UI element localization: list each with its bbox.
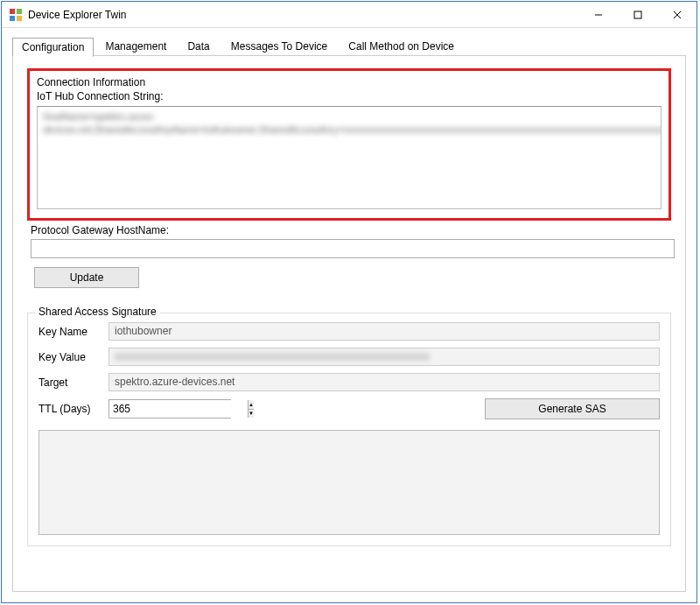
connection-string-input[interactable]: HostName=spektro.azure-devices.net;Share… xyxy=(37,106,662,209)
tab-call-method-on-device[interactable]: Call Method on Device xyxy=(339,37,464,56)
app-window: Device Explorer Twin Configuration Manag… xyxy=(1,1,697,603)
window-title: Device Explorer Twin xyxy=(28,9,578,21)
ttl-stepper[interactable]: ▲ ▼ xyxy=(108,399,231,419)
target-label: Target xyxy=(38,376,108,389)
svg-rect-1 xyxy=(17,9,22,14)
key-name-field: iothubowner xyxy=(108,322,660,341)
chevron-up-icon: ▲ xyxy=(248,402,254,407)
tab-management[interactable]: Management xyxy=(95,37,176,56)
ttl-spinner: ▲ ▼ xyxy=(248,400,254,418)
ttl-up-button[interactable]: ▲ xyxy=(248,400,254,410)
key-name-label: Key Name xyxy=(38,326,108,338)
svg-rect-0 xyxy=(10,9,15,14)
tab-configuration[interactable]: Configuration xyxy=(12,38,94,57)
maximize-button[interactable] xyxy=(618,2,657,27)
minimize-button[interactable] xyxy=(578,2,618,27)
chevron-down-icon: ▼ xyxy=(248,411,254,416)
tab-data[interactable]: Data xyxy=(178,37,219,56)
svg-rect-2 xyxy=(10,16,15,21)
sas-group-title: Shared Access Signature xyxy=(35,306,160,318)
key-value-field: xxxxxxxxxxxxxxxxxxxxxxxxxxxxxxxxxxxxxxxx… xyxy=(108,348,660,366)
connection-string-label: IoT Hub Connection String: xyxy=(37,90,662,102)
tab-strip: Configuration Management Data Messages T… xyxy=(12,35,686,56)
ttl-label: TTL (Days) xyxy=(38,403,108,415)
close-button[interactable] xyxy=(657,2,696,27)
client-area: Configuration Management Data Messages T… xyxy=(2,28,696,602)
key-value-label: Key Value xyxy=(38,351,108,363)
ttl-input[interactable] xyxy=(109,400,248,418)
ttl-down-button[interactable]: ▼ xyxy=(248,410,254,419)
sas-output-field[interactable] xyxy=(38,430,660,535)
app-icon xyxy=(9,8,23,22)
svg-rect-5 xyxy=(634,11,641,18)
protocol-gateway-label: Protocol Gateway HostName: xyxy=(31,224,671,236)
connection-information-group: Connection Information IoT Hub Connectio… xyxy=(27,68,671,221)
update-button[interactable]: Update xyxy=(34,267,139,288)
protocol-gateway-input[interactable] xyxy=(31,239,675,258)
target-field: spektro.azure-devices.net xyxy=(108,373,660,391)
tab-messages-to-device[interactable]: Messages To Device xyxy=(221,37,338,56)
shared-access-signature-group: Shared Access Signature Key Name iothubo… xyxy=(27,313,671,546)
connection-group-label: Connection Information xyxy=(37,76,662,88)
tab-panel-configuration: Connection Information IoT Hub Connectio… xyxy=(12,55,686,592)
window-controls xyxy=(578,2,696,27)
titlebar: Device Explorer Twin xyxy=(2,2,696,28)
generate-sas-button[interactable]: Generate SAS xyxy=(485,398,660,419)
svg-rect-3 xyxy=(17,16,22,21)
